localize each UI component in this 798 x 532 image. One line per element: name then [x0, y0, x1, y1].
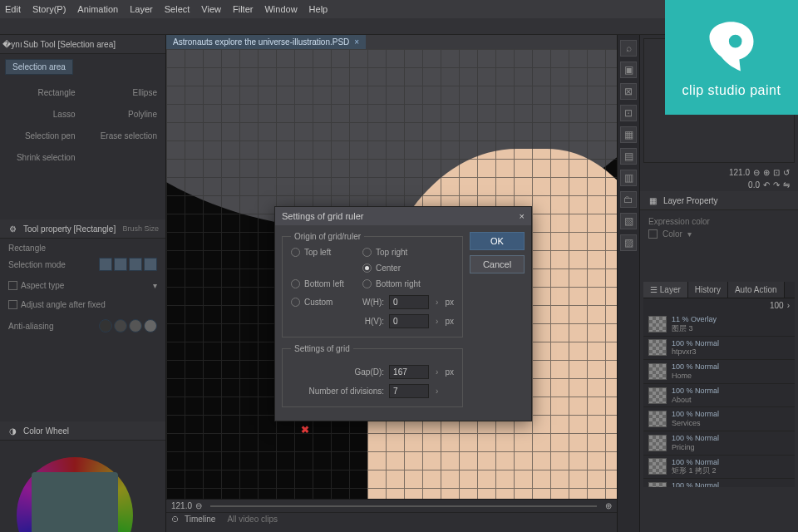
input-divisions[interactable] [389, 384, 429, 398]
menu-help[interactable]: Help [309, 4, 328, 14]
cancel-button[interactable]: Cancel [470, 255, 525, 273]
grid-ruler-dialog: Settings of grid ruler × Origin of grid/… [274, 206, 532, 421]
subtool-erase-selection[interactable]: Erase selection [87, 125, 161, 143]
radio-custom[interactable]: Custom [291, 298, 354, 307]
zoom-slider[interactable] [210, 505, 597, 507]
zoom-in-icon[interactable]: ⊕ [605, 501, 612, 510]
menu-select[interactable]: Select [165, 4, 190, 14]
input-gap[interactable] [389, 365, 429, 379]
menu-story[interactable]: Story(P) [32, 4, 66, 14]
unit-px: px [445, 298, 454, 307]
timeline-icon: ⏲ [171, 515, 180, 524]
nav-rotate-right-icon[interactable]: ↷ [773, 180, 780, 190]
layer-thumbnail [648, 363, 667, 380]
layer-row[interactable]: 100 % NormalPricing [643, 431, 795, 456]
gutter-folder-icon[interactable]: 🗀 [620, 191, 637, 208]
menu-window[interactable]: Window [264, 4, 297, 14]
radio-bottom-right[interactable]: Bottom right [362, 279, 454, 288]
radio-top-left[interactable]: Top left [291, 248, 354, 257]
tab-brush-size[interactable]: Brush Size [122, 224, 159, 233]
subtool-lasso[interactable]: Lasso [5, 103, 79, 121]
spinner-icon[interactable]: › [434, 298, 440, 307]
layer-row[interactable]: 11 % Overlay图层 3 [643, 313, 795, 337]
group-origin: Origin of grid/ruler [291, 232, 364, 241]
subtool-ellipse[interactable]: Ellipse [87, 81, 161, 100]
radio-center[interactable]: Center [362, 264, 454, 273]
unit-px: px [445, 317, 454, 326]
input-wh[interactable] [389, 295, 429, 309]
document-tab[interactable]: Astronauts explore the universe-illustra… [166, 35, 366, 49]
tab-auto-action[interactable]: Auto Action [728, 282, 785, 298]
layer-thumbnail [648, 411, 667, 427]
spinner-icon[interactable]: › [434, 387, 440, 396]
selection-mode-buttons[interactable] [99, 258, 157, 271]
gutter-mask-icon[interactable]: ▤ [620, 148, 637, 165]
ok-button[interactable]: OK [470, 232, 525, 250]
layer-thumbnail [648, 387, 667, 404]
subtool-rectangle[interactable]: Rectangle [5, 81, 79, 100]
adjust-angle-checkbox[interactable] [8, 300, 17, 309]
chevron-down-icon[interactable]: ▾ [153, 281, 157, 290]
nav-zoom-out-icon[interactable]: ⊖ [753, 168, 760, 177]
layer-thumbnail [648, 458, 667, 475]
expression-color-mode[interactable]: Color [663, 229, 682, 239]
tab-layer[interactable]: ☰ Layer [643, 282, 688, 298]
subtool-tab-selection-area[interactable]: Selection area [5, 59, 73, 75]
gutter-invert-icon[interactable]: ⊡ [620, 105, 637, 121]
nav-fit-icon[interactable]: ⊡ [773, 168, 780, 177]
radio-bottom-left[interactable]: Bottom left [291, 279, 354, 288]
opacity-spinner-icon[interactable]: › [787, 301, 790, 310]
layer-row[interactable]: 100 % NormalAbout [643, 384, 795, 408]
gutter-deselect-icon[interactable]: ⊠ [620, 83, 637, 100]
group-settings-grid: Settings of grid [291, 344, 353, 353]
subtool-shrink-selection[interactable]: Shrink selection [5, 146, 79, 165]
layer-row[interactable]: 100 % Normalhtpvxr3 [643, 337, 795, 361]
tool-property-header: ⚙ Tool property [Rectangle] Brush Size [0, 219, 165, 239]
gutter-settings-icon[interactable]: ▨ [620, 234, 637, 251]
layer-row[interactable]: 100 % Normal矩形 1 拷贝 2 [643, 456, 795, 480]
tab-history[interactable]: History [688, 282, 728, 298]
spinner-icon[interactable]: › [434, 317, 440, 326]
expression-color-checkbox[interactable] [648, 229, 658, 239]
chevron-down-icon[interactable]: ▾ [687, 229, 692, 239]
subtool-polyline[interactable]: Polyline [87, 103, 161, 121]
gutter-layer-icon[interactable]: ▥ [620, 170, 637, 186]
nav-zoom-in-icon[interactable]: ⊕ [763, 168, 770, 177]
zoom-out-icon[interactable]: ⊖ [195, 501, 202, 510]
canvas-zoom-value[interactable]: 121.0 [171, 501, 192, 510]
radio-top-right[interactable]: Top right [362, 248, 454, 257]
spinner-icon[interactable]: › [434, 367, 440, 377]
nav-flip-icon[interactable]: ⇋ [783, 180, 790, 190]
close-tab-icon[interactable]: × [354, 37, 359, 47]
color-wheel-header: ◑ Color Wheel [0, 421, 165, 441]
layer-thumbnail [648, 339, 667, 356]
gutter-expand-icon[interactable]: ▦ [620, 126, 637, 143]
menu-edit[interactable]: Edit [5, 4, 21, 14]
color-wheel[interactable] [0, 441, 165, 532]
menu-animation[interactable]: Animation [77, 4, 118, 14]
nav-reset-icon[interactable]: ↺ [783, 168, 790, 177]
brand-text: clip studio paint [682, 83, 781, 98]
layer-property-header: ▦ Layer Property [640, 191, 798, 210]
layer-row[interactable]: 100 % NormalHome [643, 360, 795, 384]
layer-opacity-value[interactable]: 100 [770, 301, 784, 310]
gutter-magnify-icon[interactable]: ⌕ [620, 40, 637, 57]
label-divisions: Number of divisions: [309, 387, 385, 396]
dialog-close-icon[interactable]: × [520, 211, 525, 221]
input-hv[interactable] [389, 314, 429, 328]
color-wheel-title: Color Wheel [23, 426, 69, 436]
menu-view[interactable]: View [201, 4, 221, 14]
nav-rotate-left-icon[interactable]: ↶ [763, 180, 770, 190]
layer-row[interactable]: 100 % NormalServices [643, 407, 795, 431]
timeline-clips-label: All video clips [227, 515, 278, 524]
label-gap: Gap(D): [355, 367, 385, 377]
menu-layer[interactable]: Layer [130, 4, 153, 14]
menu-filter[interactable]: Filter [233, 4, 253, 14]
antialias-buttons[interactable] [99, 319, 157, 332]
subtool-selection-pen[interactable]: Selection pen [5, 125, 79, 143]
brush-icon: �ynı [7, 38, 18, 50]
layer-row[interactable]: 100 % Normalexplore [643, 479, 795, 487]
gutter-palette-icon[interactable]: ▧ [620, 213, 637, 229]
gutter-crop-icon[interactable]: ▣ [620, 62, 637, 78]
aspect-checkbox[interactable] [8, 281, 17, 290]
